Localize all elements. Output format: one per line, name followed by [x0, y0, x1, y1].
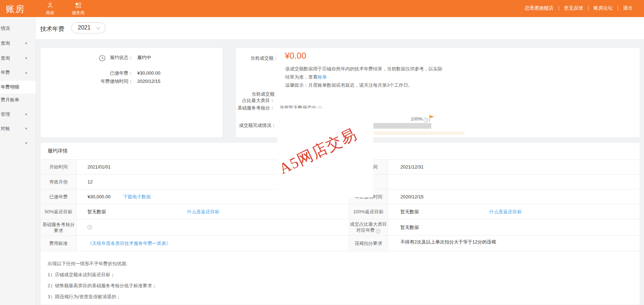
- row-value-top-category-fee: 暂无数据: [388, 219, 640, 236]
- row-value-end-time: 2021/12/31: [388, 160, 640, 175]
- sidebar-item-query-1[interactable]: 查询▼: [0, 37, 36, 50]
- row-label-paid-fee: 已缴年费: [41, 189, 77, 204]
- progress-substrip: [358, 132, 464, 135]
- merchant-person-icon: [39, 2, 61, 9]
- year-value: 2021: [78, 25, 91, 31]
- nav-merchant-label: 商家: [39, 10, 61, 16]
- row-label-100-target: 100%返还目标: [349, 204, 388, 219]
- download-edata-link[interactable]: 下载电子数据: [123, 194, 151, 200]
- status-value: 履约中: [137, 55, 151, 60]
- what-is-return-target-link[interactable]: 什么是返还目标: [187, 209, 219, 215]
- chevron-up-icon: ▲: [25, 66, 28, 79]
- note-line: 3）因违规行为/资质造假被清退的；: [48, 294, 156, 299]
- note-line: 1）店铺成交额未达到返还目标；: [48, 272, 156, 277]
- paid-fee-value: ¥30,000.00: [137, 70, 160, 76]
- row-value-fee-standard: 《天猫年度各类目技术服务年费一览表》: [77, 236, 349, 251]
- nav-merchant-tab[interactable]: 商家: [39, 1, 61, 16]
- app-logo: 账房: [6, 3, 25, 15]
- nav-provider-tab[interactable]: 服务商: [68, 1, 89, 16]
- paid-fee-label: 已缴年费：: [69, 70, 133, 76]
- sidebar-item-annual-fee[interactable]: 年费▲: [0, 66, 36, 79]
- note-line: 出现以下任何一情形不予年费折扣优惠:: [48, 261, 156, 266]
- page-title: 技术年费: [40, 25, 64, 33]
- sidebar: 情况 查询▼ 查询▼ 年费▲ 年费明细 费月账单 管理▼ 对账▼ ▼: [0, 17, 36, 305]
- app-header: 账房 商家 服务商 恋香惠旗舰店 意见反馈 账房论坛 退出: [0, 0, 644, 17]
- bill-link[interactable]: 账单: [318, 74, 327, 80]
- detail-title: 履约详情: [48, 143, 68, 159]
- row-value-violation-req: 不得有2次及以上单次扣分大于等于12分的违规: [388, 236, 640, 251]
- top-category-label-line1: 当前成交额: [251, 91, 275, 97]
- row-label-50-target: 50%返还目标: [41, 204, 77, 219]
- question-circle-icon[interactable]: [424, 118, 428, 122]
- what-is-return-target-link[interactable]: 什么是返还目标: [489, 209, 522, 215]
- turnover-desc-line2: 结算为准，查看账单: [285, 74, 327, 80]
- sidebar-item-more[interactable]: ▼: [0, 137, 36, 150]
- chevron-down-icon: ▼: [25, 137, 28, 150]
- row-label-top-category-fee: 成交占比最大类目 对应年费: [349, 219, 388, 236]
- turnover-desc-line1: 该成交额数据用于店铺自然年内的技术年费结算，当前数据仅供参考，以实际: [285, 66, 442, 72]
- chevron-down-icon: ▼: [25, 37, 28, 50]
- row-label-violation-req: 违规扣分要求: [349, 236, 388, 251]
- turnover-desc-line3: 温馨提示：月度账单数据或有延迟，请关注每月第3个工作日。: [285, 82, 413, 88]
- row-label-fee-standard: 费用标准: [41, 236, 77, 251]
- completion-label: 成交额完成情况：: [239, 122, 276, 129]
- row-value-empty: [388, 175, 640, 189]
- chevron-down-icon: ▼: [25, 52, 28, 65]
- divider: [559, 6, 559, 10]
- status-row: 履约状态：履约中: [69, 54, 151, 61]
- row-value-pay-time: 2020/12/15: [388, 189, 640, 204]
- fee-standard-link[interactable]: 《天猫年度各类目技术服务年费一览表》: [87, 240, 171, 247]
- logout-link[interactable]: 退出: [623, 5, 633, 11]
- pay-time-label: 年费缴纳时间：: [69, 78, 133, 85]
- page-head: 技术年费 2021: [36, 17, 644, 39]
- turnover-label: 当前成交额：: [250, 55, 278, 61]
- chevron-down-icon: [96, 25, 100, 29]
- row-label-valid-months: 有效月份: [41, 175, 77, 189]
- sidebar-item-query-2[interactable]: 查询▼: [0, 52, 36, 65]
- feedback-link[interactable]: 意见反馈: [564, 5, 583, 11]
- question-circle-icon[interactable]: [376, 229, 380, 234]
- clock-icon: [99, 55, 106, 63]
- service-score-label: 基础服务考核分：: [238, 105, 275, 111]
- nav-provider-label: 服务商: [68, 10, 89, 16]
- question-circle-icon[interactable]: [87, 225, 92, 230]
- row-label-service-score-req: 基础服务考核分要求: [41, 219, 77, 236]
- row-value-100-target: 暂无数据 什么是返还目标: [388, 204, 640, 219]
- discount-notes: 出现以下任何一情形不予年费折扣优惠: 1）店铺成交额未达到返还目标； 2）销售额…: [48, 261, 156, 305]
- year-selector[interactable]: 2021: [71, 22, 106, 33]
- pay-time-value: 2020/12/15: [137, 79, 160, 84]
- sidebar-item-annual-fee-detail[interactable]: 年费明细: [0, 81, 36, 93]
- target-flag-icon: [429, 114, 435, 123]
- performance-status-card: 履约状态：履约中 已缴年费：¥30,000.00 年费缴纳时间：2020/12/…: [40, 47, 223, 138]
- divider: [588, 6, 589, 10]
- turnover-amount: ¥0.00: [285, 51, 306, 61]
- note-line: 2）销售额最高类目的基础服务考核分低于标准要求；: [48, 283, 156, 288]
- shop-name-link[interactable]: 恋香惠旗舰店: [525, 5, 554, 11]
- sidebar-item-reconcile[interactable]: 对账▼: [0, 122, 36, 135]
- top-category-label-line2: 占比最大类目：: [242, 97, 275, 104]
- watermark-overlay: A5网店交易: [277, 108, 373, 197]
- provider-grid-icon: [68, 2, 89, 9]
- chevron-down-icon: ▼: [25, 122, 28, 135]
- sidebar-item-monthly-bill[interactable]: 费月账单: [0, 93, 36, 106]
- row-value-service-score-req: [77, 219, 349, 236]
- chevron-down-icon: ▼: [25, 108, 28, 121]
- forum-link[interactable]: 账房论坛: [594, 5, 613, 11]
- completion-percent: 100%: [411, 116, 428, 122]
- row-label-start-time: 开始时间: [41, 160, 77, 175]
- sidebar-item-manage[interactable]: 管理▼: [0, 108, 36, 121]
- paid-fee-row: 已缴年费：¥30,000.00: [69, 70, 160, 76]
- sidebar-item-overview[interactable]: 情况: [0, 22, 36, 35]
- row-value-50-target: 暂无数据 什么是返还目标: [77, 204, 349, 219]
- pay-time-row: 年费缴纳时间：2020/12/15: [69, 78, 160, 85]
- header-links: 恋香惠旗舰店 意见反馈 账房论坛 退出: [525, 5, 633, 11]
- watermark-text: A5网店交易: [276, 124, 360, 179]
- divider: [618, 6, 618, 10]
